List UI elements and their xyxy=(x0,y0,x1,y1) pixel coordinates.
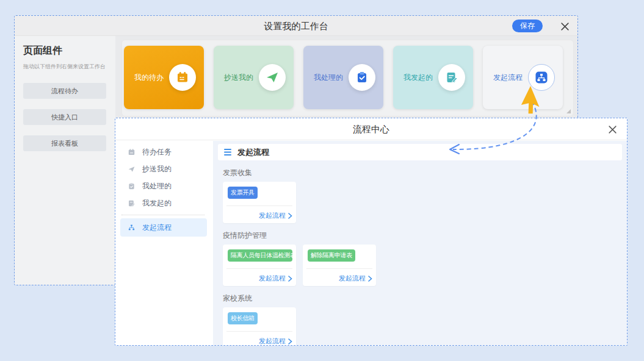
card-cc-to-me[interactable]: 抄送我的 xyxy=(214,46,294,109)
process-tag: 解除隔离申请表 xyxy=(308,249,355,262)
clipboard-check-icon xyxy=(349,64,375,91)
card-my-todo[interactable]: 我的待办 xyxy=(124,46,204,109)
process-center-window: 流程中心 待办任务 抄送我的 我处理的 我发起的 xyxy=(115,118,628,346)
process-card-principal-mailbox: 校长信箱 发起流程 xyxy=(223,307,296,346)
launch-flow-link[interactable]: 发起流程 xyxy=(339,274,372,283)
component-quick-entry[interactable]: 快捷入口 xyxy=(23,109,106,125)
org-chart-icon xyxy=(128,224,136,232)
process-tag: 校长信箱 xyxy=(228,312,258,324)
close-icon[interactable] xyxy=(607,124,617,134)
save-button[interactable]: 保存 xyxy=(512,20,543,32)
list-icon xyxy=(224,149,232,155)
card-initiated-by-me[interactable]: 我发起的 xyxy=(393,46,473,109)
chevron-right-icon xyxy=(288,213,292,219)
menu-item-label: 抄送我的 xyxy=(142,164,172,174)
chevron-right-icon xyxy=(288,276,292,282)
card-footer: 发起流程 xyxy=(226,206,292,220)
process-main-area: 发起流程 发票收集 发票开具 发起流程 疫情防护管理 xyxy=(213,141,627,345)
process-window-header: 流程中心 xyxy=(115,118,627,140)
chevron-right-icon xyxy=(367,276,372,282)
settings-window-title: 设置我的工作台 xyxy=(15,16,577,36)
process-tag: 隔离人员每日体温检测表 xyxy=(228,249,292,262)
calendar-icon xyxy=(128,148,136,156)
sidebar-title: 页面组件 xyxy=(23,45,115,57)
menu-item-label: 待办任务 xyxy=(142,147,172,157)
org-chart-icon xyxy=(528,64,555,91)
card-label: 我处理的 xyxy=(314,73,343,83)
process-menu: 待办任务 抄送我的 我处理的 我发起的 发起流程 xyxy=(115,141,213,345)
launch-flow-link[interactable]: 发起流程 xyxy=(259,274,292,283)
card-label: 发起流程 xyxy=(493,73,523,83)
resize-handle[interactable] xyxy=(566,109,571,113)
section-title-epidemic: 疫情防护管理 xyxy=(223,231,627,241)
process-window-title: 流程中心 xyxy=(115,118,627,140)
section-title-invoice: 发票收集 xyxy=(223,168,627,178)
main-header-bar: 发起流程 xyxy=(218,144,622,160)
section-title-school: 家校系统 xyxy=(223,293,627,304)
sidebar-hint: 拖动以下组件到右侧来设置工作台 xyxy=(23,63,115,71)
clipboard-check-icon xyxy=(128,182,136,190)
card-label: 我的待办 xyxy=(134,73,164,83)
launch-flow-link[interactable]: 发起流程 xyxy=(259,337,292,346)
menu-item-cc-to-me[interactable]: 抄送我的 xyxy=(115,160,213,177)
launch-flow-link[interactable]: 发起流程 xyxy=(259,211,292,220)
workbench-cards-panel: 我的待办 抄送我的 xyxy=(121,40,574,116)
paper-plane-icon xyxy=(259,64,286,91)
main-header-title: 发起流程 xyxy=(237,147,269,158)
card-handled-by-me[interactable]: 我处理的 xyxy=(303,46,383,109)
process-card-quarantine-temp: 隔离人员每日体温检测表 发起流程 xyxy=(223,245,296,286)
calendar-icon xyxy=(169,64,196,91)
menu-divider xyxy=(121,215,204,215)
menu-item-initiated-by-me[interactable]: 我发起的 xyxy=(115,195,213,212)
menu-item-handled-by-me[interactable]: 我处理的 xyxy=(115,177,213,195)
card-footer: 发起流程 xyxy=(226,268,292,283)
menu-item-label: 发起流程 xyxy=(142,223,172,233)
card-label: 我发起的 xyxy=(403,73,433,83)
menu-item-label: 我处理的 xyxy=(142,181,172,191)
close-icon[interactable] xyxy=(560,21,570,31)
component-report-board[interactable]: 报表看板 xyxy=(23,135,106,151)
page-components-sidebar: 页面组件 拖动以下组件到右侧来设置工作台 流程待办 快捷入口 报表看板 xyxy=(15,36,115,285)
settings-window-header: 设置我的工作台 保存 xyxy=(15,16,577,36)
paper-plane-icon xyxy=(128,165,136,173)
card-footer: 发起流程 xyxy=(226,331,292,346)
menu-item-todo-tasks[interactable]: 待办任务 xyxy=(115,143,213,160)
menu-item-label: 我发起的 xyxy=(142,198,172,209)
component-flow-todo[interactable]: 流程待办 xyxy=(23,83,106,99)
document-edit-icon xyxy=(128,199,136,207)
card-footer: 发起流程 xyxy=(306,268,372,283)
menu-item-start-process[interactable]: 发起流程 xyxy=(120,218,207,237)
card-start-process[interactable]: 发起流程 xyxy=(483,46,563,109)
process-tag: 发票开具 xyxy=(228,187,258,199)
process-card-invoice-issue: 发票开具 发起流程 xyxy=(223,182,296,223)
chevron-right-icon xyxy=(288,338,292,345)
card-label: 抄送我的 xyxy=(224,73,253,83)
document-edit-icon xyxy=(438,64,465,91)
process-card-release-quarantine: 解除隔离申请表 发起流程 xyxy=(303,245,376,286)
